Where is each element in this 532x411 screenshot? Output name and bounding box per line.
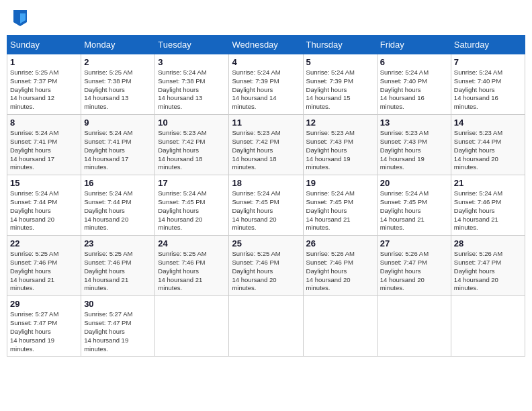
calendar-cell: 11Sunrise: 5:23 AMSunset: 7:42 PMDayligh…	[229, 115, 303, 175]
calendar-week-row: 22Sunrise: 5:25 AMSunset: 7:46 PMDayligh…	[7, 236, 525, 296]
calendar-cell: 20Sunrise: 5:24 AMSunset: 7:45 PMDayligh…	[377, 175, 451, 236]
day-number: 10	[158, 118, 226, 128]
calendar-cell	[229, 296, 303, 357]
day-number: 25	[232, 238, 300, 248]
calendar-cell: 8Sunrise: 5:24 AMSunset: 7:41 PMDaylight…	[7, 115, 81, 175]
calendar-cell: 27Sunrise: 5:26 AMSunset: 7:47 PMDayligh…	[377, 236, 451, 296]
day-number: 17	[158, 178, 226, 188]
day-info: Sunrise: 5:23 AMSunset: 7:42 PMDaylight …	[158, 129, 226, 172]
day-number: 13	[380, 118, 448, 128]
day-info: Sunrise: 5:25 AMSunset: 7:38 PMDaylight …	[84, 68, 152, 111]
day-number: 29	[10, 299, 78, 309]
day-number: 19	[306, 178, 374, 188]
day-info: Sunrise: 5:24 AMSunset: 7:44 PMDaylight …	[84, 189, 152, 232]
day-info: Sunrise: 5:25 AMSunset: 7:46 PMDaylight …	[84, 250, 152, 293]
day-info: Sunrise: 5:26 AMSunset: 7:47 PMDaylight …	[380, 250, 448, 293]
calendar-cell: 12Sunrise: 5:23 AMSunset: 7:43 PMDayligh…	[303, 115, 377, 175]
day-info: Sunrise: 5:24 AMSunset: 7:40 PMDaylight …	[380, 68, 448, 111]
day-info: Sunrise: 5:24 AMSunset: 7:38 PMDaylight …	[158, 68, 226, 111]
day-info: Sunrise: 5:24 AMSunset: 7:44 PMDaylight …	[10, 189, 78, 232]
calendar-cell: 21Sunrise: 5:24 AMSunset: 7:46 PMDayligh…	[451, 175, 525, 236]
day-info: Sunrise: 5:25 AMSunset: 7:46 PMDaylight …	[232, 250, 300, 293]
calendar-cell	[155, 296, 229, 357]
calendar-cell: 2Sunrise: 5:25 AMSunset: 7:38 PMDaylight…	[81, 54, 155, 115]
calendar-cell: 17Sunrise: 5:24 AMSunset: 7:45 PMDayligh…	[155, 175, 229, 236]
col-header-sunday: Sunday	[7, 36, 81, 54]
calendar-cell: 18Sunrise: 5:24 AMSunset: 7:45 PMDayligh…	[229, 175, 303, 236]
calendar-cell: 29Sunrise: 5:27 AMSunset: 7:47 PMDayligh…	[7, 296, 81, 357]
calendar-cell: 24Sunrise: 5:25 AMSunset: 7:46 PMDayligh…	[155, 236, 229, 296]
calendar-cell: 3Sunrise: 5:24 AMSunset: 7:38 PMDaylight…	[155, 54, 229, 115]
day-number: 8	[10, 118, 78, 128]
day-info: Sunrise: 5:25 AMSunset: 7:46 PMDaylight …	[10, 250, 78, 293]
col-header-wednesday: Wednesday	[229, 36, 303, 54]
day-number: 26	[306, 238, 374, 248]
calendar-cell: 14Sunrise: 5:23 AMSunset: 7:44 PMDayligh…	[451, 115, 525, 175]
day-number: 12	[306, 118, 374, 128]
day-number: 16	[84, 178, 152, 188]
calendar-cell: 28Sunrise: 5:26 AMSunset: 7:47 PMDayligh…	[451, 236, 525, 296]
day-number: 21	[454, 178, 522, 188]
logo	[13, 10, 28, 26]
day-number: 20	[380, 178, 448, 188]
calendar-cell: 7Sunrise: 5:24 AMSunset: 7:40 PMDaylight…	[451, 54, 525, 115]
day-info: Sunrise: 5:24 AMSunset: 7:46 PMDaylight …	[454, 189, 522, 232]
calendar-week-row: 8Sunrise: 5:24 AMSunset: 7:41 PMDaylight…	[7, 115, 525, 175]
day-info: Sunrise: 5:23 AMSunset: 7:44 PMDaylight …	[454, 129, 522, 172]
calendar-week-row: 29Sunrise: 5:27 AMSunset: 7:47 PMDayligh…	[7, 296, 525, 357]
day-info: Sunrise: 5:26 AMSunset: 7:47 PMDaylight …	[454, 250, 522, 293]
calendar-week-row: 1Sunrise: 5:25 AMSunset: 7:37 PMDaylight…	[7, 54, 525, 115]
day-info: Sunrise: 5:27 AMSunset: 7:47 PMDaylight …	[10, 310, 78, 353]
calendar-cell: 19Sunrise: 5:24 AMSunset: 7:45 PMDayligh…	[303, 175, 377, 236]
calendar-cell: 6Sunrise: 5:24 AMSunset: 7:40 PMDaylight…	[377, 54, 451, 115]
day-info: Sunrise: 5:24 AMSunset: 7:41 PMDaylight …	[84, 129, 152, 172]
day-number: 15	[10, 178, 78, 188]
calendar-cell: 13Sunrise: 5:23 AMSunset: 7:43 PMDayligh…	[377, 115, 451, 175]
col-header-tuesday: Tuesday	[155, 36, 229, 54]
calendar-cell: 1Sunrise: 5:25 AMSunset: 7:37 PMDaylight…	[7, 54, 81, 115]
calendar-cell: 26Sunrise: 5:26 AMSunset: 7:46 PMDayligh…	[303, 236, 377, 296]
day-number: 24	[158, 238, 226, 248]
day-number: 30	[84, 299, 152, 309]
page-header	[7, 7, 525, 30]
calendar-cell: 5Sunrise: 5:24 AMSunset: 7:39 PMDaylight…	[303, 54, 377, 115]
col-header-saturday: Saturday	[451, 36, 525, 54]
calendar-cell: 4Sunrise: 5:24 AMSunset: 7:39 PMDaylight…	[229, 54, 303, 115]
day-number: 4	[232, 57, 300, 67]
day-info: Sunrise: 5:24 AMSunset: 7:39 PMDaylight …	[306, 68, 374, 111]
calendar-week-row: 15Sunrise: 5:24 AMSunset: 7:44 PMDayligh…	[7, 175, 525, 236]
day-number: 9	[84, 118, 152, 128]
logo-icon	[13, 10, 27, 26]
col-header-thursday: Thursday	[303, 36, 377, 54]
calendar-cell: 23Sunrise: 5:25 AMSunset: 7:46 PMDayligh…	[81, 236, 155, 296]
day-info: Sunrise: 5:25 AMSunset: 7:46 PMDaylight …	[158, 250, 226, 293]
day-number: 7	[454, 57, 522, 67]
day-info: Sunrise: 5:23 AMSunset: 7:43 PMDaylight …	[306, 129, 374, 172]
day-number: 22	[10, 238, 78, 248]
calendar-cell	[377, 296, 451, 357]
calendar-cell: 30Sunrise: 5:27 AMSunset: 7:47 PMDayligh…	[81, 296, 155, 357]
day-number: 18	[232, 178, 300, 188]
day-info: Sunrise: 5:24 AMSunset: 7:45 PMDaylight …	[306, 189, 374, 232]
day-info: Sunrise: 5:26 AMSunset: 7:46 PMDaylight …	[306, 250, 374, 293]
day-info: Sunrise: 5:24 AMSunset: 7:45 PMDaylight …	[232, 189, 300, 232]
day-info: Sunrise: 5:23 AMSunset: 7:42 PMDaylight …	[232, 129, 300, 172]
calendar-cell: 10Sunrise: 5:23 AMSunset: 7:42 PMDayligh…	[155, 115, 229, 175]
day-number: 1	[10, 57, 78, 67]
day-number: 5	[306, 57, 374, 67]
day-info: Sunrise: 5:24 AMSunset: 7:40 PMDaylight …	[454, 68, 522, 111]
calendar-cell: 15Sunrise: 5:24 AMSunset: 7:44 PMDayligh…	[7, 175, 81, 236]
calendar-cell: 9Sunrise: 5:24 AMSunset: 7:41 PMDaylight…	[81, 115, 155, 175]
day-number: 3	[158, 57, 226, 67]
calendar-table: SundayMondayTuesdayWednesdayThursdayFrid…	[7, 35, 525, 357]
col-header-monday: Monday	[81, 36, 155, 54]
day-number: 2	[84, 57, 152, 67]
day-number: 28	[454, 238, 522, 248]
day-info: Sunrise: 5:24 AMSunset: 7:41 PMDaylight …	[10, 129, 78, 172]
calendar-cell: 22Sunrise: 5:25 AMSunset: 7:46 PMDayligh…	[7, 236, 81, 296]
day-number: 6	[380, 57, 448, 67]
day-info: Sunrise: 5:27 AMSunset: 7:47 PMDaylight …	[84, 310, 152, 353]
calendar-cell	[303, 296, 377, 357]
day-info: Sunrise: 5:24 AMSunset: 7:45 PMDaylight …	[158, 189, 226, 232]
calendar-cell	[451, 296, 525, 357]
